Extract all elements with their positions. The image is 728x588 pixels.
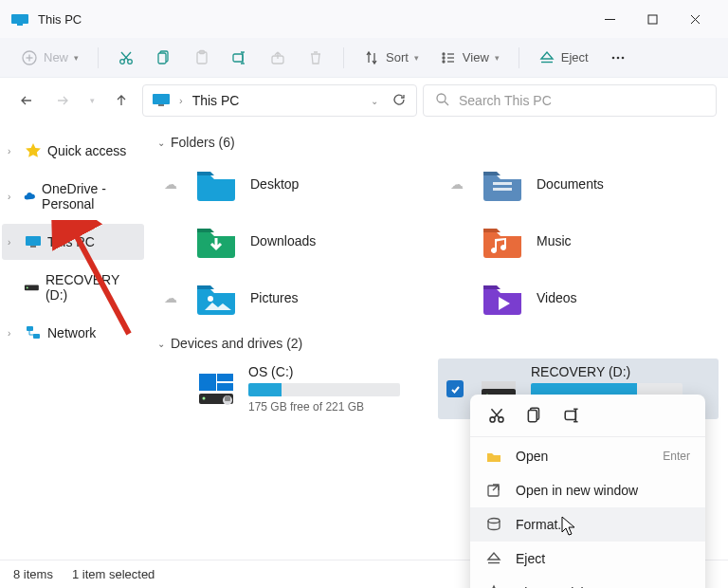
drives-group-header[interactable]: ⌄ Devices and drives (2)	[157, 336, 719, 351]
svg-point-67	[488, 519, 500, 524]
cut-button[interactable]	[110, 43, 142, 73]
close-button[interactable]	[674, 5, 717, 33]
back-button[interactable]	[11, 85, 42, 116]
eject-button[interactable]: Eject	[531, 43, 596, 73]
cloud-sync-icon: ☁	[159, 176, 182, 192]
folder-desktop[interactable]: ☁ Desktop	[155, 157, 432, 211]
refresh-button[interactable]	[391, 92, 407, 110]
svg-rect-43	[493, 188, 512, 191]
delete-button[interactable]	[300, 43, 332, 73]
search-input[interactable]	[459, 93, 704, 108]
svg-rect-61	[528, 410, 537, 421]
sidebar-item-recovery-drive[interactable]: › RECOVERY (D:)	[2, 269, 144, 305]
drive-icon	[24, 279, 40, 296]
folders-group-header[interactable]: ⌄ Folders (6)	[157, 135, 719, 150]
collapse-icon[interactable]: ⌄	[157, 339, 165, 349]
up-button[interactable]	[106, 85, 136, 116]
rename-button[interactable]	[563, 406, 582, 425]
svg-point-29	[611, 56, 614, 59]
search-icon	[435, 92, 449, 109]
svg-rect-66	[488, 486, 499, 496]
copy-icon	[155, 49, 173, 66]
ellipsis-icon	[610, 49, 627, 66]
plus-circle-icon	[21, 49, 38, 66]
scissors-icon	[118, 49, 135, 66]
svg-point-24	[443, 61, 445, 63]
paste-button[interactable]	[186, 43, 218, 73]
chevron-down-icon: ▾	[495, 53, 500, 63]
capacity-bar	[248, 383, 400, 396]
share-icon	[269, 49, 286, 66]
cloud-sync-icon: ☁	[446, 176, 468, 192]
folder-open-icon	[485, 448, 502, 465]
expand-icon[interactable]: ›	[8, 328, 19, 339]
search-box[interactable]	[423, 84, 717, 117]
svg-rect-32	[153, 94, 170, 104]
collapse-icon[interactable]: ⌄	[157, 138, 165, 148]
address-bar[interactable]: › This PC ⌄	[142, 84, 417, 117]
downloads-folder-icon	[195, 223, 237, 259]
copy-button[interactable]	[148, 43, 180, 73]
svg-rect-45	[199, 374, 216, 391]
ctx-eject[interactable]: Eject	[470, 542, 705, 576]
navigation-pane: › Quick access › OneDrive - Personal › T…	[0, 123, 146, 560]
svg-rect-42	[493, 182, 512, 185]
maximize-button[interactable]	[631, 5, 674, 33]
music-folder-icon	[482, 223, 523, 259]
chevron-down-icon: ▾	[414, 53, 419, 63]
svg-line-35	[445, 101, 448, 105]
videos-folder-icon	[482, 280, 523, 316]
ctx-format[interactable]: Format...	[470, 507, 705, 542]
forward-button[interactable]	[47, 85, 78, 116]
sidebar-item-network[interactable]: › Network	[2, 315, 144, 351]
svg-rect-0	[11, 14, 28, 24]
expand-icon[interactable]: ›	[8, 146, 19, 156]
svg-rect-36	[26, 236, 41, 246]
folder-documents[interactable]: ☁ Documents	[442, 157, 719, 211]
sidebar-item-onedrive[interactable]: › OneDrive - Personal	[2, 178, 144, 214]
checkbox-checked-icon[interactable]	[446, 380, 464, 397]
svg-rect-40	[27, 326, 33, 331]
sidebar-item-this-pc[interactable]: › This PC	[2, 224, 144, 260]
expand-icon[interactable]: ›	[8, 237, 19, 248]
folder-music[interactable]: Music	[442, 214, 719, 267]
eject-icon	[538, 49, 555, 66]
folder-downloads[interactable]: Downloads	[155, 214, 432, 267]
svg-rect-46	[217, 374, 233, 381]
ctx-pin-quick-access[interactable]: Pin to Quick access	[470, 576, 705, 588]
view-icon	[440, 49, 457, 66]
sidebar-item-quick-access[interactable]: › Quick access	[2, 133, 144, 169]
copy-button[interactable]	[525, 406, 544, 425]
expand-icon[interactable]: ›	[8, 192, 17, 202]
svg-rect-37	[30, 246, 36, 248]
rename-button[interactable]	[224, 43, 256, 73]
monitor-icon	[153, 93, 170, 109]
svg-rect-1	[17, 24, 23, 26]
star-icon	[25, 142, 42, 159]
item-count: 8 items	[13, 567, 53, 581]
recent-button[interactable]: ▾	[83, 85, 100, 116]
new-button[interactable]: New ▾	[13, 43, 86, 73]
folder-videos[interactable]: Videos	[442, 271, 719, 324]
sort-button[interactable]: Sort ▾	[355, 43, 427, 73]
more-button[interactable]	[602, 43, 634, 73]
cloud-icon	[23, 188, 36, 205]
svg-rect-17	[233, 54, 243, 62]
breadcrumb-chevron[interactable]: ›	[179, 95, 183, 106]
address-dropdown[interactable]: ⌄	[371, 96, 378, 106]
svg-rect-62	[565, 412, 575, 420]
breadcrumb-location[interactable]: This PC	[192, 93, 240, 108]
rename-icon	[231, 49, 248, 66]
svg-point-23	[443, 57, 445, 59]
ctx-open-new-window[interactable]: Open in new window	[470, 473, 705, 507]
documents-folder-icon	[482, 166, 523, 202]
drive-os-c[interactable]: OS (C:) 175 GB free of 221 GB	[155, 358, 436, 419]
share-button[interactable]	[262, 43, 294, 73]
desktop-folder-icon	[195, 166, 237, 202]
context-menu: Open Enter Open in new window Format... …	[470, 395, 705, 588]
cut-button[interactable]	[487, 406, 506, 425]
view-button[interactable]: View ▾	[432, 43, 507, 73]
folder-pictures[interactable]: ☁ Pictures	[155, 271, 432, 324]
ctx-open[interactable]: Open Enter	[470, 439, 705, 473]
minimize-button[interactable]	[589, 5, 631, 33]
